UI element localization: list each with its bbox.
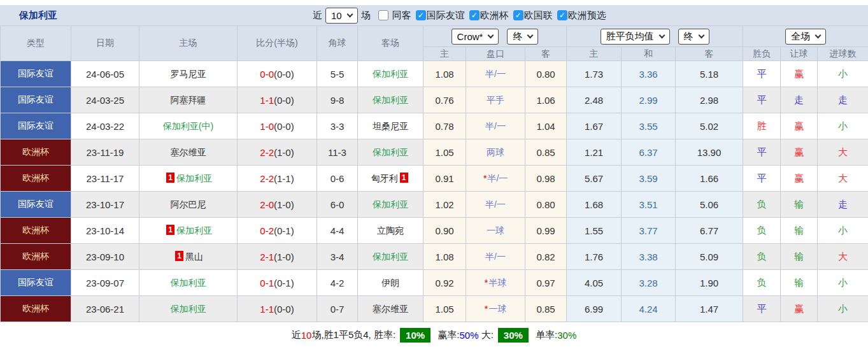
filter-toggle[interactable]: ✓欧洲预选 (557, 10, 606, 22)
result-goals-value: 大 (838, 251, 848, 262)
league-type-cell: 国际友谊 (1, 113, 71, 139)
checkbox-checked-icon[interactable]: ✓ (416, 10, 426, 20)
away-team-cell: 保加利亚 (358, 139, 423, 166)
summary-segment-dark: 大: (479, 329, 494, 341)
away-team-cell: 塞尔维亚 (358, 296, 423, 322)
checkbox-unchecked-icon[interactable] (378, 10, 388, 20)
result-wdl-cell: 平 (743, 166, 781, 192)
summary-footer: 近10场,胜1平5负4, 胜率:10% 赢率:50% 大:30% 单率:30% (0, 322, 868, 347)
live-star-icon: * (483, 173, 487, 183)
col-header-date: 日期 (71, 26, 139, 61)
home-team-name: 黑山 (185, 251, 203, 262)
match-row: 欧洲杯23-10-141保加利亚0-2(0-1)4-4立陶宛0.90一球0.99… (1, 218, 868, 244)
crow-away-odds-cell: 0.80 (525, 61, 567, 87)
live-star-icon: * (485, 303, 488, 314)
away-team-cell: 匈牙利1 (358, 166, 423, 192)
fulltime-score: 0-1 (260, 278, 274, 288)
bookmaker-odds-header: Crow* 终 (423, 26, 567, 47)
fulltime-score: 1-1 (260, 304, 274, 315)
match-row: 欧洲杯23-11-171保加利亚2-2(1-1)0-6匈牙利10.91*半/一0… (1, 166, 868, 192)
result-goals-cell: 小 (818, 296, 868, 322)
filter-toggle[interactable]: ✓欧洲杯 (469, 10, 509, 22)
corners-cell: 9-8 (317, 87, 358, 113)
handicap-value: 半/一 (485, 121, 506, 131)
filter-toggle[interactable]: 同客 (378, 10, 411, 22)
checkbox-checked-icon[interactable]: ✓ (469, 10, 480, 20)
result-goals-value: 走 (838, 94, 848, 105)
subheader-avg-home: 主 (567, 47, 622, 61)
avg-home-odds-cell: 1.73 (567, 61, 622, 87)
away-team-name: 保加利亚 (373, 199, 408, 209)
score-cell: 0-0(0-0) (238, 61, 317, 87)
crow-home-odds-cell: 0.76 (423, 87, 466, 113)
result-goals-value: 大 (838, 173, 848, 183)
fulltime-score: 2-2 (260, 173, 274, 184)
date-cell: 23-10-14 (71, 218, 139, 244)
away-team-name: 伊朗 (381, 278, 399, 288)
result-handicap-cell: 赢 (781, 139, 818, 166)
crow-away-odds-cell: 0.85 (525, 139, 567, 166)
result-wdl-cell: 平 (743, 87, 781, 113)
score-cell: 0-1(0-1) (238, 270, 317, 296)
bookmaker-time-select[interactable]: 终 (507, 29, 538, 45)
result-wdl-value: 负 (757, 225, 767, 236)
avg-away-odds-cell: 1.47 (676, 296, 743, 322)
match-count-select[interactable]: 10 (325, 8, 358, 24)
away-team-cell: 伊朗 (358, 270, 423, 296)
result-goals-cell: 小 (818, 218, 868, 244)
crow-home-odds-cell: 0.90 (423, 218, 466, 244)
fulltime-score: 2-2 (260, 147, 274, 158)
away-team-name: 保加利亚 (373, 251, 408, 262)
match-row: 欧洲杯23-11-19塞尔维亚2-2(1-0)11-3保加利亚1.05两球0.8… (1, 139, 868, 166)
home-team-cell: 阿尔巴尼 (139, 192, 238, 218)
away-team-name: 立陶宛 (377, 225, 404, 236)
red-card-badge: 1 (175, 251, 183, 261)
halftime-score: (0-0) (274, 95, 294, 106)
avg-time-select[interactable]: 终 (678, 29, 709, 45)
crow-home-odds-cell: 0.78 (423, 113, 466, 139)
result-handicap-value: 输 (794, 277, 804, 288)
bookmaker-select[interactable]: Crow* (452, 29, 499, 45)
handicap-value: 半球 (488, 278, 506, 288)
summary-segment-blue: 50% (459, 330, 478, 341)
result-goals-value: 大 (838, 146, 848, 157)
corners-cell: 0-7 (317, 296, 358, 322)
crow-handicap-cell: *一球 (466, 296, 525, 322)
crow-home-odds-cell: 1.08 (423, 244, 466, 270)
filter-toggle[interactable]: ✓国际友谊 (416, 10, 465, 22)
avg-odds-select[interactable]: 胜平负均值 (601, 29, 670, 45)
away-team-name: 塞尔维亚 (373, 304, 408, 314)
filter-toggle[interactable]: ✓欧国联 (513, 10, 553, 22)
result-goals-cell: 小 (818, 270, 868, 296)
away-team-name: 匈牙利 (371, 173, 398, 183)
crow-home-odds-cell: 0.91 (423, 166, 466, 192)
crow-handicap-cell: 半/一 (466, 61, 525, 87)
date-cell: 23-11-17 (71, 166, 139, 192)
home-team-name: 罗马尼亚 (171, 69, 206, 79)
score-cell: 1-0(0-0) (238, 113, 317, 139)
home-team-name: 阿尔巴尼 (171, 199, 206, 209)
away-team-name: 保加利亚 (373, 69, 408, 79)
fulltime-score: 0-0 (260, 69, 274, 80)
avg-home-odds-cell: 4.05 (567, 270, 622, 296)
filter-label: 欧国联 (524, 10, 553, 22)
crow-away-odds-cell: 0.80 (525, 192, 567, 218)
date-cell: 23-11-19 (71, 139, 139, 166)
match-row: 国际友谊24-06-05罗马尼亚0-0(0-0)5-5保加利亚1.08半/一0.… (1, 61, 868, 87)
scope-select[interactable]: 全场 (785, 29, 826, 45)
date-cell: 23-09-10 (71, 244, 139, 270)
result-handicap-value: 赢 (794, 120, 804, 131)
crow-handicap-cell: 半/一 (466, 244, 525, 270)
date-cell: 24-06-05 (71, 61, 139, 87)
checkbox-checked-icon[interactable]: ✓ (557, 10, 567, 20)
home-team-name: 保加利亚 (171, 304, 206, 314)
match-row: 国际友谊23-10-17阿尔巴尼2-0(1-0)6-0保加利亚1.02半/一0.… (1, 192, 868, 218)
score-cell: 2-1(1-0) (238, 244, 317, 270)
result-handicap-cell: 走 (781, 87, 818, 113)
corners-cell: 3-3 (317, 113, 358, 139)
corners-cell: 3-4 (317, 244, 358, 270)
result-wdl-cell: 平 (743, 296, 781, 322)
result-handicap-value: 赢 (794, 68, 804, 79)
checkbox-checked-icon[interactable]: ✓ (513, 10, 523, 20)
handicap-value: 半/一 (485, 251, 506, 262)
